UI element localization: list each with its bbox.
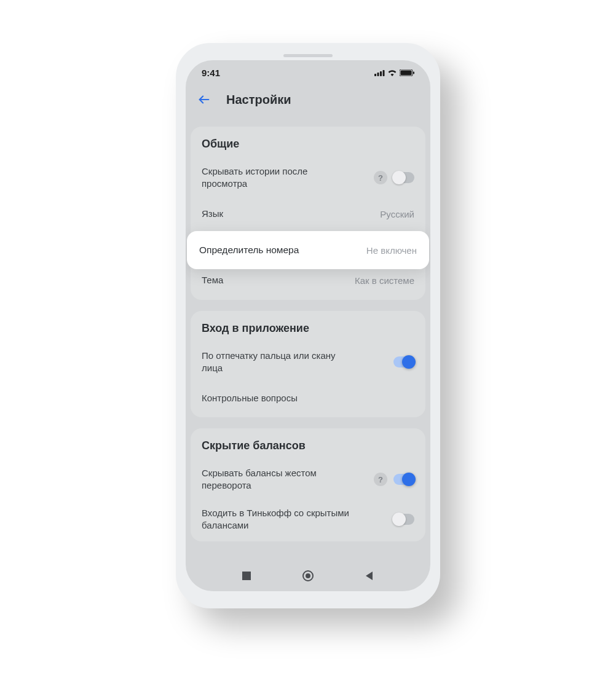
svg-point-10 bbox=[306, 573, 310, 578]
svg-rect-5 bbox=[401, 70, 412, 75]
app-header: Настройки bbox=[186, 85, 430, 114]
circle-icon bbox=[302, 570, 314, 581]
triangle-left-icon bbox=[365, 571, 374, 581]
screen: 9:41 Настройки Общие Скрывать истории по… bbox=[186, 60, 430, 591]
row-label: Скрывать балансы жестом переворота bbox=[202, 467, 349, 492]
section-login-title: Вход в приложение bbox=[191, 322, 425, 342]
battery-icon bbox=[400, 69, 414, 76]
row-caller-id-highlight[interactable]: Определитель номера Не включен bbox=[187, 231, 429, 269]
page-title: Настройки bbox=[226, 93, 291, 107]
svg-rect-2 bbox=[380, 71, 382, 76]
section-login: Вход в приложение По отпечатку пальца ил… bbox=[191, 311, 425, 418]
arrow-left-icon bbox=[197, 93, 211, 106]
svg-marker-11 bbox=[366, 572, 373, 580]
row-label: Тема bbox=[202, 274, 223, 286]
wifi-icon bbox=[387, 69, 397, 76]
phone-speaker-pill bbox=[283, 54, 333, 57]
square-icon bbox=[242, 571, 251, 581]
nav-recent-button[interactable] bbox=[242, 571, 251, 583]
svg-rect-0 bbox=[374, 74, 376, 76]
row-label: Контрольные вопросы bbox=[202, 392, 298, 404]
phone-frame: 9:41 Настройки Общие Скрывать истории по… bbox=[176, 43, 440, 608]
toggle-hide-gesture[interactable] bbox=[393, 474, 414, 485]
section-balances-title: Скрытие балансов bbox=[191, 439, 425, 460]
status-time: 9:41 bbox=[202, 68, 220, 78]
row-security-questions[interactable]: Контрольные вопросы bbox=[191, 382, 425, 415]
row-biometric[interactable]: По отпечатку пальца или скану лица bbox=[191, 342, 425, 382]
row-label: Определитель номера bbox=[199, 245, 299, 256]
row-hide-stories[interactable]: Скрывать истории после просмотра ? bbox=[191, 158, 425, 198]
row-label: Язык bbox=[202, 208, 223, 220]
signal-icon bbox=[374, 69, 385, 76]
row-value: Как в системе bbox=[355, 275, 414, 286]
toggle-biometric[interactable] bbox=[393, 356, 414, 367]
svg-rect-1 bbox=[377, 73, 379, 76]
toggle-hide-stories[interactable] bbox=[393, 172, 414, 183]
row-login-hidden[interactable]: Входить в Тинькофф со скрытыми балансами bbox=[191, 500, 425, 540]
row-hide-gesture[interactable]: Скрывать балансы жестом переворота ? bbox=[191, 460, 425, 500]
help-icon[interactable]: ? bbox=[374, 473, 387, 486]
status-bar: 9:41 bbox=[186, 60, 430, 85]
row-value: Не включен bbox=[366, 245, 417, 256]
section-general-title: Общие bbox=[191, 138, 425, 158]
status-indicators bbox=[374, 69, 414, 76]
row-label: Скрывать истории после просмотра bbox=[202, 165, 349, 191]
row-label: Входить в Тинькофф со скрытыми балансами bbox=[202, 507, 349, 532]
row-label: По отпечатку пальца или скану лица bbox=[202, 350, 349, 375]
settings-content[interactable]: Общие Скрывать истории после просмотра ?… bbox=[186, 114, 430, 563]
help-icon[interactable]: ? bbox=[374, 171, 387, 184]
nav-home-button[interactable] bbox=[302, 570, 314, 584]
section-balances: Скрытие балансов Скрывать балансы жестом… bbox=[191, 428, 425, 541]
toggle-login-hidden[interactable] bbox=[393, 514, 414, 525]
svg-rect-3 bbox=[383, 70, 385, 76]
row-language[interactable]: Язык Русский bbox=[191, 198, 425, 231]
svg-rect-6 bbox=[413, 71, 414, 74]
nav-back-button[interactable] bbox=[365, 571, 374, 583]
android-nav-bar bbox=[186, 563, 430, 591]
svg-rect-8 bbox=[242, 572, 251, 580]
row-value: Русский bbox=[380, 209, 414, 219]
section-general: Общие Скрывать истории после просмотра ?… bbox=[191, 127, 425, 300]
back-button[interactable] bbox=[192, 87, 216, 112]
